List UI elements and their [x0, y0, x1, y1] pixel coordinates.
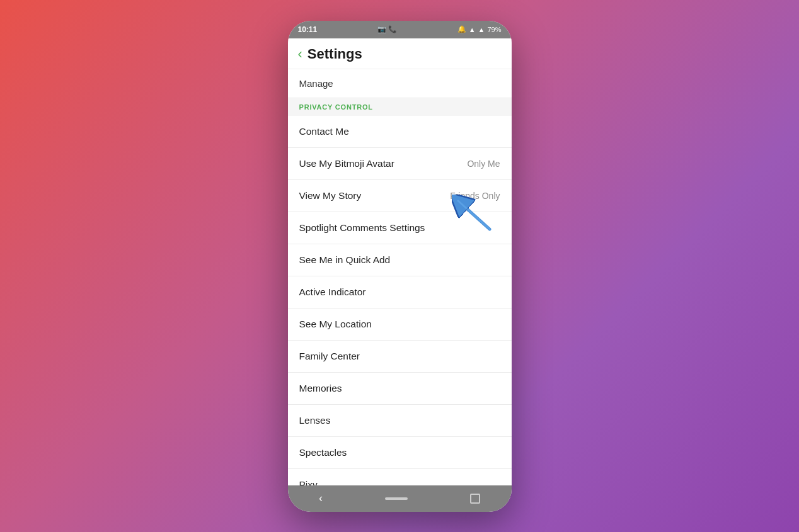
nav-recent-button[interactable] [470, 494, 480, 504]
wifi-icon: ▲ [469, 26, 476, 33]
menu-label-my-location: See My Location [299, 319, 372, 330]
privacy-control-header: PRIVACY CONTROL [288, 98, 512, 116]
nav-back-button[interactable]: ‹ [319, 492, 323, 505]
menu-item-pixy[interactable]: Pixy [288, 469, 512, 485]
menu-label-memories: Memories [299, 383, 342, 394]
signal-icon: ▲ [478, 26, 485, 33]
status-time: 10:11 [298, 25, 318, 34]
battery-text: 79% [487, 26, 501, 33]
menu-label-spotlight-comments: Spotlight Comments Settings [299, 222, 425, 234]
status-center-icons: 📷 📞 [377, 25, 397, 33]
menu-label-view-story: View My Story [299, 190, 362, 201]
menu-item-spotlight-comments[interactable]: Spotlight Comments Settings [288, 212, 512, 244]
page-header: ‹ Settings [288, 38, 512, 69]
menu-item-my-location[interactable]: See My Location [288, 308, 512, 341]
instagram-icon: 📷 [377, 25, 386, 33]
menu-label-lenses: Lenses [299, 415, 331, 426]
menu-item-bitmoji-avatar[interactable]: Use My Bitmoji Avatar Only Me [288, 148, 512, 180]
menu-item-memories[interactable]: Memories [288, 373, 512, 405]
settings-content: Manage PRIVACY CONTROL Contact Me Use My… [288, 69, 512, 485]
menu-label-quick-add: See Me in Quick Add [299, 254, 391, 266]
menu-label-spectacles: Spectacles [299, 447, 347, 458]
menu-item-spectacles[interactable]: Spectacles [288, 437, 512, 469]
phone-icon: 📞 [388, 25, 397, 33]
menu-label-pixy: Pixy [299, 479, 318, 485]
manage-label: Manage [299, 78, 333, 89]
back-button[interactable]: ‹ [298, 46, 302, 62]
menu-label-family-center: Family Center [299, 351, 360, 362]
manage-item[interactable]: Manage [288, 69, 512, 98]
bottom-navigation: ‹ [288, 485, 512, 512]
section-label: PRIVACY CONTROL [299, 103, 373, 111]
menu-item-family-center[interactable]: Family Center [288, 341, 512, 373]
page-title: Settings [308, 46, 362, 62]
menu-item-view-story[interactable]: View My Story Friends Only [288, 180, 512, 212]
status-bar: 10:11 📷 📞 🔔 ▲ ▲ 79% [288, 21, 512, 38]
nav-home-indicator[interactable] [385, 497, 408, 500]
menu-value-view-story: Friends Only [450, 191, 500, 201]
menu-item-active-indicator[interactable]: Active Indicator [288, 276, 512, 308]
menu-label-contact-me: Contact Me [299, 126, 349, 137]
menu-item-quick-add[interactable]: See Me in Quick Add [288, 244, 512, 276]
menu-value-bitmoji-avatar: Only Me [467, 159, 500, 169]
status-right-icons: 🔔 ▲ ▲ 79% [457, 25, 502, 33]
menu-item-contact-me[interactable]: Contact Me [288, 116, 512, 148]
menu-label-active-indicator: Active Indicator [299, 286, 366, 298]
menu-item-lenses[interactable]: Lenses [288, 405, 512, 437]
sound-icon: 🔔 [457, 25, 466, 33]
menu-label-bitmoji-avatar: Use My Bitmoji Avatar [299, 158, 394, 169]
phone-frame: 10:11 📷 📞 🔔 ▲ ▲ 79% ‹ Settings Manage PR… [288, 21, 512, 512]
